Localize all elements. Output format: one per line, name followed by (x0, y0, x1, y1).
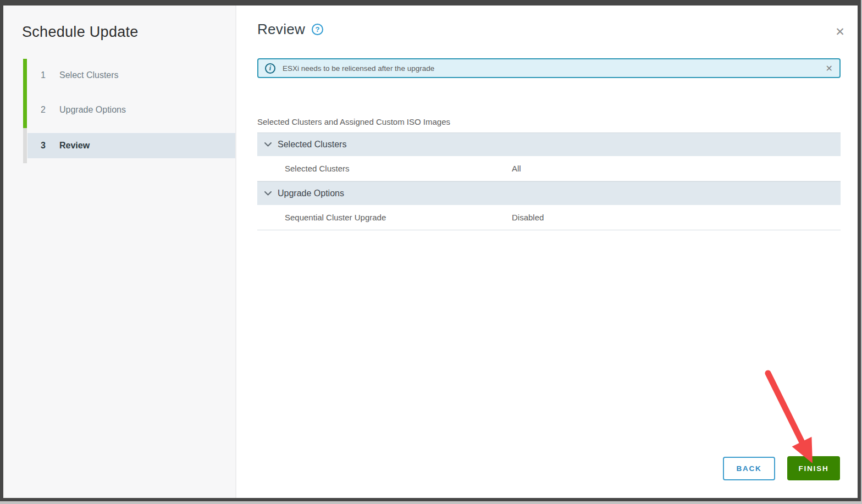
review-table: Selected Clusters Selected Clusters All … (257, 132, 841, 230)
step-number: 2 (41, 105, 48, 115)
sidebar-step-select-clusters[interactable]: 1 Select Clusters (27, 63, 235, 88)
row-value: Disabled (512, 213, 544, 222)
row-label: Sequential Cluster Upgrade (285, 213, 512, 222)
dialog-title: Schedule Update (22, 23, 139, 41)
section-title: Selected Clusters and Assigned Custom IS… (257, 117, 450, 126)
help-icon[interactable]: ? (312, 24, 323, 35)
row-label: Selected Clusters (285, 164, 512, 173)
review-panel: Review ? ✕ i ESXi needs to be relicensed… (237, 5, 858, 498)
table-row: Sequential Cluster Upgrade Disabled (257, 205, 841, 230)
step-label: Review (59, 141, 90, 151)
row-value: All (512, 164, 521, 173)
chevron-down-icon (264, 191, 272, 196)
group-header-label: Selected Clusters (278, 140, 346, 149)
window-frame: Schedule Update 1 Select Clusters 2 Upgr… (0, 0, 861, 501)
info-banner: i ESXi needs to be relicensed after the … (257, 58, 841, 78)
step-number: 3 (41, 141, 48, 151)
wizard-sidebar: Schedule Update 1 Select Clusters 2 Upgr… (3, 5, 236, 498)
page-title: Review (257, 21, 305, 38)
group-header-upgrade-options[interactable]: Upgrade Options (257, 181, 841, 205)
step-label: Upgrade Options (59, 105, 126, 115)
step-number: 1 (41, 70, 48, 80)
group-header-selected-clusters[interactable]: Selected Clusters (257, 132, 841, 156)
schedule-update-dialog: Schedule Update 1 Select Clusters 2 Upgr… (3, 5, 858, 498)
banner-close-icon[interactable]: ✕ (826, 63, 833, 74)
sidebar-step-review[interactable]: 3 Review (27, 133, 235, 158)
finish-button[interactable]: FINISH (787, 456, 840, 480)
step-label: Select Clusters (59, 70, 119, 80)
banner-message: ESXi needs to be relicensed after the up… (283, 64, 434, 73)
chevron-down-icon (264, 142, 272, 147)
back-button[interactable]: BACK (723, 457, 775, 480)
wizard-progress-bar-current (23, 128, 27, 163)
table-row: Selected Clusters All (257, 156, 841, 181)
close-icon[interactable]: ✕ (835, 26, 846, 37)
page-title-row: Review ? (257, 21, 323, 38)
sidebar-step-upgrade-options[interactable]: 2 Upgrade Options (27, 97, 235, 123)
group-header-label: Upgrade Options (278, 189, 344, 198)
wizard-progress-bar-completed (23, 59, 27, 128)
info-icon: i (265, 63, 275, 74)
